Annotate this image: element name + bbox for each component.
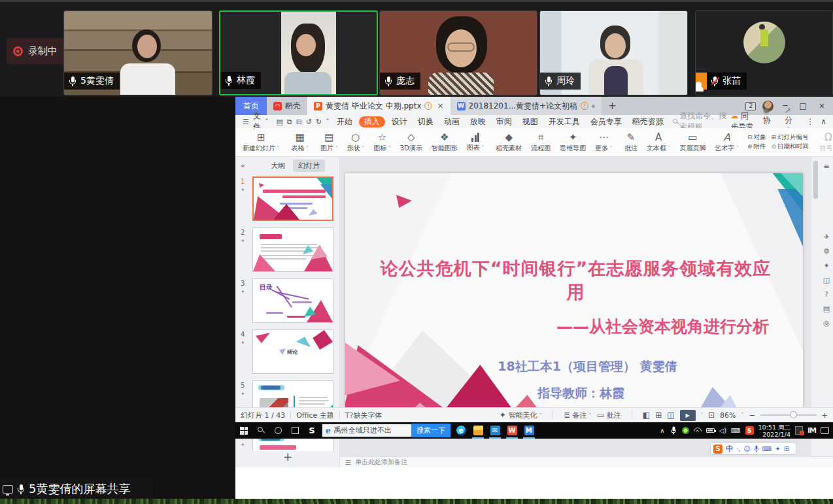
search-go-button[interactable]: 搜索一下: [411, 424, 450, 437]
title-text-box[interactable]: 论公共危机下“时间银行”在志愿服务领域有效应用 ——从社会资本视角进行分析 18…: [375, 257, 777, 402]
theme-name[interactable]: Office 主题: [296, 411, 334, 420]
collapse-panel-button[interactable]: «: [235, 161, 252, 170]
close-tab-icon[interactable]: ×: [437, 101, 443, 110]
view-sorter-icon[interactable]: ⊞: [655, 411, 662, 420]
wps-app-icon[interactable]: W: [503, 422, 520, 439]
slide-number-button[interactable]: ⊞幻灯片编号: [772, 133, 809, 142]
notes-bar[interactable]: ☰ 单击此处添加备注: [340, 456, 833, 467]
cortana-icon[interactable]: [269, 422, 286, 439]
menu-member[interactable]: 会员专享: [585, 116, 627, 127]
notes-handle-icon[interactable]: ☰: [345, 459, 351, 466]
edge-browser-icon[interactable]: e: [452, 422, 469, 439]
view-normal-icon[interactable]: ◧: [643, 411, 650, 420]
slide-thumb-1[interactable]: 1 ✦: [252, 176, 335, 221]
3d-button[interactable]: ◇3D演示: [396, 129, 427, 156]
tray-mic-icon[interactable]: [670, 426, 677, 435]
menu-slideshow[interactable]: 放映: [465, 116, 491, 127]
view-read-icon[interactable]: ◫: [667, 411, 674, 420]
app-icon-s[interactable]: S: [303, 422, 320, 439]
ime-punct-icon[interactable]: ·,: [736, 445, 740, 452]
picture-button[interactable]: ▤图片: [316, 129, 343, 156]
zoom-knob[interactable]: [790, 411, 797, 418]
notes-toggle[interactable]: ≣ 备注 ˅: [564, 411, 592, 420]
beautify-button[interactable]: ✦ 智能美化 ˅: [500, 411, 542, 420]
ime-emoji-icon[interactable]: ☺: [743, 445, 750, 452]
sidebar-effects-icon[interactable]: ✦: [821, 261, 832, 270]
current-slide[interactable]: 论公共危机下“时间银行”在志愿服务领域有效应用 ——从社会资本视角进行分析 18…: [345, 173, 803, 437]
menu-start[interactable]: 开始: [332, 116, 358, 127]
undo-icon[interactable]: ↺: [304, 118, 314, 126]
ime-keyboard-icon[interactable]: ⌨: [762, 445, 772, 452]
chart-button[interactable]: 图表: [462, 129, 489, 156]
caret-down-icon[interactable]: ˅: [324, 118, 332, 126]
ime-mic-icon[interactable]: [754, 445, 759, 453]
zoom-level[interactable]: 86%: [720, 411, 736, 420]
docer-material-button[interactable]: ◆稻壳素材: [491, 129, 526, 156]
sidebar-handle-icon[interactable]: ≡: [821, 162, 832, 171]
sogou-tray-icon[interactable]: S: [745, 426, 754, 435]
video-tile-zhangmiao[interactable]: 张苗: [695, 10, 833, 95]
tray-safe-icon[interactable]: [682, 427, 689, 434]
video-tile-huangwenqian[interactable]: 5黄雯倩: [63, 10, 212, 95]
menu-design[interactable]: 设计: [386, 116, 413, 127]
outline-tab[interactable]: 大纲: [265, 160, 290, 172]
add-slide-button[interactable]: +: [235, 450, 340, 463]
tab-document-2[interactable]: W 20181201...黄雯倩+论文初稿 !: [450, 97, 602, 115]
start-button[interactable]: [235, 422, 252, 439]
volume-icon[interactable]: ◁): [719, 427, 727, 434]
sidebar-quick-icon[interactable]: ✈: [821, 233, 832, 241]
taskbar-clock[interactable]: 10:51 周二 2022/1/4: [758, 424, 790, 438]
shape-button[interactable]: ○形状: [343, 129, 369, 156]
mail-icon[interactable]: ✉: [486, 422, 503, 439]
app-icon-m[interactable]: M: [520, 422, 537, 439]
wordart-button[interactable]: A艺术字: [710, 129, 743, 156]
video-tile-linxia[interactable]: 林霞: [219, 10, 378, 95]
mindmap-button[interactable]: ✦思维导图: [555, 129, 590, 156]
save-icon[interactable]: ▤: [274, 118, 284, 126]
collapse-ribbon-icon[interactable]: ∧: [821, 117, 826, 126]
task-view-icon[interactable]: [286, 422, 303, 439]
menu-view[interactable]: 视图: [517, 116, 543, 127]
taskbar-search-icon[interactable]: [252, 422, 269, 439]
datetime-button[interactable]: ⊙日期和时间: [772, 143, 809, 151]
vertical-scrollbar[interactable]: [813, 161, 818, 199]
table-button[interactable]: ▦表格: [287, 129, 314, 156]
file-explorer-icon[interactable]: [469, 422, 486, 439]
flowchart-button[interactable]: ⌗流程图: [526, 129, 555, 156]
fit-window-icon[interactable]: ⊡: [708, 411, 715, 420]
attachment-button[interactable]: ⊕附件: [747, 143, 766, 151]
taskbar-news-search[interactable]: e 禹州全域只进不出 搜索一下: [322, 424, 451, 437]
video-tile-pangzhi[interactable]: 庞志: [379, 10, 537, 95]
comment-toggle[interactable]: ▭ 批注: [597, 411, 621, 420]
menu-insert-active[interactable]: 插入: [359, 116, 385, 127]
more-menu-icon[interactable]: ⋮: [806, 117, 814, 126]
object-button[interactable]: ⊡对象: [747, 133, 766, 142]
sidebar-help-icon[interactable]: ?: [821, 290, 832, 299]
icon-lib-button[interactable]: ☆图标: [369, 129, 396, 156]
menu-review[interactable]: 审阅: [491, 116, 517, 127]
more-button[interactable]: ⋯更多: [590, 129, 617, 156]
slides-tab[interactable]: 幻灯片: [293, 160, 325, 172]
menu-docer-res[interactable]: 稻壳资源: [627, 116, 669, 127]
new-tab-button[interactable]: +: [602, 97, 623, 115]
textbox-button[interactable]: A文本框: [642, 129, 675, 156]
smartart-button[interactable]: ❖智能图形: [427, 129, 462, 156]
ime-grid-icon[interactable]: ⊞: [784, 445, 789, 452]
ime-skin-icon[interactable]: ✦: [775, 445, 780, 452]
ime-indicator-icon[interactable]: ⌨: [731, 427, 740, 434]
sidebar-settings-icon[interactable]: ⚙: [821, 247, 832, 256]
sidebar-idea-icon[interactable]: ◎: [821, 319, 832, 328]
slide-thumb-3[interactable]: 3 ✦ 目录: [252, 278, 335, 323]
tab-document-active[interactable]: P 黄雯倩 毕业论文 中期.pptx ! ×: [307, 97, 450, 115]
missing-font[interactable]: 缺失字体: [353, 411, 382, 420]
slideshow-play-button[interactable]: ▶: [680, 410, 696, 421]
tray-expand-icon[interactable]: ∧: [660, 427, 664, 434]
sidebar-screen-icon[interactable]: ◫: [821, 276, 832, 284]
comment-button[interactable]: ✎批注: [620, 129, 642, 156]
sogou-ime-toolbar[interactable]: S 中 ·, ☺ ⌨ ✦ ⊞: [710, 443, 796, 455]
menu-devtools[interactable]: 开发工具: [543, 116, 585, 127]
new-slide-button[interactable]: ⊞新建幻灯片: [238, 129, 284, 156]
zoom-slider[interactable]: [760, 414, 817, 416]
notification-badge-icon[interactable]: [795, 426, 803, 435]
slide-thumb-2[interactable]: 2 ✦: [252, 227, 335, 272]
